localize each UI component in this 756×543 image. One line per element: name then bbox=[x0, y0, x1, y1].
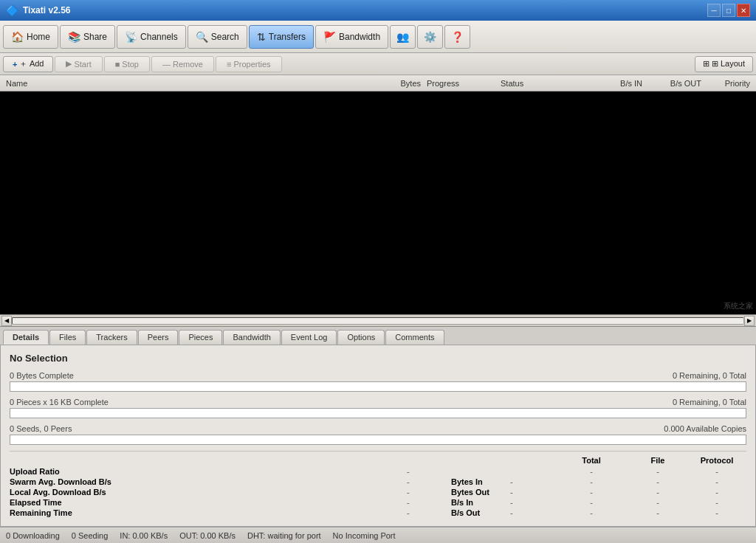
maximize-button[interactable]: □ bbox=[722, 4, 735, 17]
col-priority-header[interactable]: Priority bbox=[701, 79, 753, 88]
tab-pieces[interactable]: Pieces bbox=[179, 330, 222, 345]
col-progress-header[interactable]: Progress bbox=[421, 79, 495, 88]
search-label: Search bbox=[211, 32, 239, 42]
stat-local: Local Avg. Download B/s - Bytes Out - - … bbox=[10, 488, 746, 497]
title-bar-controls: ─ □ ✕ bbox=[707, 4, 750, 17]
help-icon bbox=[451, 31, 464, 43]
home-label: Home bbox=[27, 32, 50, 42]
detail-content: No Selection 0 Bytes Complete 0 Remainin… bbox=[0, 345, 756, 527]
col-bsout-header[interactable]: B/s OUT bbox=[642, 79, 701, 88]
share-button[interactable]: Share bbox=[60, 25, 115, 49]
column-headers: Name Bytes Progress Status B/s IN B/s OU… bbox=[0, 75, 756, 91]
channels-button[interactable]: Channels bbox=[117, 25, 186, 49]
bandwidth-button[interactable]: 🚩 Bandwidth bbox=[315, 25, 388, 49]
col-status-header[interactable]: Status bbox=[495, 79, 583, 88]
settings-button[interactable] bbox=[417, 25, 443, 49]
remaining-file: - bbox=[628, 508, 687, 517]
close-button[interactable]: ✕ bbox=[737, 4, 750, 17]
share-icon bbox=[68, 31, 80, 43]
peers-button[interactable] bbox=[390, 25, 416, 49]
bandwidth-label: Bandwidth bbox=[339, 32, 380, 42]
total-header: Total bbox=[554, 456, 628, 465]
bs-out-val: - bbox=[510, 508, 554, 517]
local-total: - bbox=[554, 488, 628, 497]
detail-tabs: Details Files Trackers Peers Pieces Band… bbox=[0, 327, 756, 345]
start-label: Start bbox=[74, 60, 91, 69]
tab-peers[interactable]: Peers bbox=[138, 330, 179, 345]
transfers-icon: ⇅ bbox=[257, 31, 266, 43]
upload-ratio-val: - bbox=[407, 467, 451, 476]
scroll-left-arrow[interactable]: ◀ bbox=[1, 316, 12, 326]
tab-options[interactable]: Options bbox=[337, 330, 385, 345]
properties-label: Properties bbox=[233, 60, 270, 69]
col-bsin-header[interactable]: B/s IN bbox=[583, 79, 642, 88]
home-icon bbox=[11, 31, 24, 43]
seeds-progress-bar bbox=[10, 435, 746, 445]
tab-eventlog[interactable]: Event Log bbox=[281, 330, 337, 345]
bs-out-key: B/s Out bbox=[451, 508, 510, 517]
transfer-list[interactable]: 系统之家 bbox=[0, 91, 756, 315]
minimize-button[interactable]: ─ bbox=[707, 4, 721, 17]
remove-label: Remove bbox=[173, 60, 203, 69]
layout-button[interactable]: ⊞ ⊞ Layout bbox=[695, 56, 753, 72]
stat-upload-ratio: Upload Ratio - - - - bbox=[10, 467, 746, 476]
peers-icon bbox=[396, 31, 409, 43]
layout-icon: ⊞ bbox=[703, 59, 709, 69]
transfers-label: Transfers bbox=[269, 32, 306, 42]
scroll-track[interactable] bbox=[12, 317, 744, 325]
bytes-in-key: Bytes In bbox=[451, 477, 510, 486]
seeds-progress-labels: 0 Seeds, 0 Peers 0.000 Available Copies bbox=[10, 424, 746, 433]
stat-remaining: Remaining Time - B/s Out - - - - bbox=[10, 508, 746, 517]
title-bar: 🔷 Tixati v2.56 ─ □ ✕ bbox=[0, 0, 756, 21]
upload-ratio-key: Upload Ratio bbox=[10, 467, 407, 476]
remove-icon: — bbox=[162, 60, 171, 69]
pieces-progress-labels: 0 Pieces x 16 KB Complete 0 Remaining, 0… bbox=[10, 398, 746, 407]
swarm-protocol: - bbox=[687, 477, 746, 486]
elapsed-protocol: - bbox=[687, 498, 746, 507]
bottom-panel: Details Files Trackers Peers Pieces Band… bbox=[0, 327, 756, 527]
search-button[interactable]: Search bbox=[188, 25, 247, 49]
incoming-port-status: No Incoming Port bbox=[333, 531, 396, 540]
settings-icon bbox=[424, 31, 436, 43]
remaining-total: - bbox=[554, 508, 628, 517]
swarm-key: Swarm Avg. Download B/s bbox=[10, 477, 407, 486]
col-bytes-header[interactable]: Bytes bbox=[369, 79, 421, 88]
remaining-protocol: - bbox=[687, 508, 746, 517]
status-bar: 0 Downloading 0 Seeding IN: 0.00 KB/s OU… bbox=[0, 527, 756, 543]
home-button[interactable]: Home bbox=[3, 25, 58, 49]
swarm-file: - bbox=[628, 477, 687, 486]
stats-spacer bbox=[10, 456, 407, 465]
local-file: - bbox=[628, 488, 687, 497]
elapsed-file: - bbox=[628, 498, 687, 507]
add-button[interactable]: + ＋ Add bbox=[3, 56, 53, 72]
remaining-key: Remaining Time bbox=[10, 508, 407, 517]
local-val: - bbox=[407, 488, 451, 497]
pieces-complete-label: 0 Pieces x 16 KB Complete bbox=[10, 398, 109, 407]
tab-bandwidth[interactable]: Bandwidth bbox=[223, 330, 280, 345]
app-title: Tixati v2.56 bbox=[23, 5, 71, 15]
col-name-header[interactable]: Name bbox=[3, 79, 369, 88]
bytes-progress-row: 0 Bytes Complete 0 Remaining, 0 Total bbox=[10, 371, 746, 392]
stat-swarm: Swarm Avg. Download B/s - Bytes In - - -… bbox=[10, 477, 746, 486]
bytes-in-val: - bbox=[510, 477, 554, 486]
tab-comments[interactable]: Comments bbox=[385, 330, 444, 345]
horizontal-scrollbar[interactable]: ◀ ▶ bbox=[0, 315, 756, 327]
transfers-button[interactable]: ⇅ Transfers bbox=[249, 25, 314, 49]
start-button: ▶ Start bbox=[55, 56, 102, 72]
downloading-status: 0 Downloading bbox=[6, 531, 60, 540]
properties-button: ≡ Properties bbox=[216, 56, 282, 72]
upload-ratio-protocol: - bbox=[687, 467, 746, 476]
stats-spacer2 bbox=[407, 456, 554, 465]
title-bar-left: 🔷 Tixati v2.56 bbox=[6, 4, 71, 16]
bytes-complete-label: 0 Bytes Complete bbox=[10, 371, 74, 380]
tab-files[interactable]: Files bbox=[49, 330, 86, 345]
tab-details[interactable]: Details bbox=[3, 330, 49, 345]
tab-trackers[interactable]: Trackers bbox=[86, 330, 137, 345]
elapsed-total: - bbox=[554, 498, 628, 507]
start-icon: ▶ bbox=[66, 59, 72, 69]
no-selection-label: No Selection bbox=[10, 353, 746, 364]
scroll-right-arrow[interactable]: ▶ bbox=[744, 316, 755, 326]
upload-ratio-total: - bbox=[554, 467, 628, 476]
help-button[interactable] bbox=[444, 25, 470, 49]
bytes-progress-bar bbox=[10, 381, 746, 392]
